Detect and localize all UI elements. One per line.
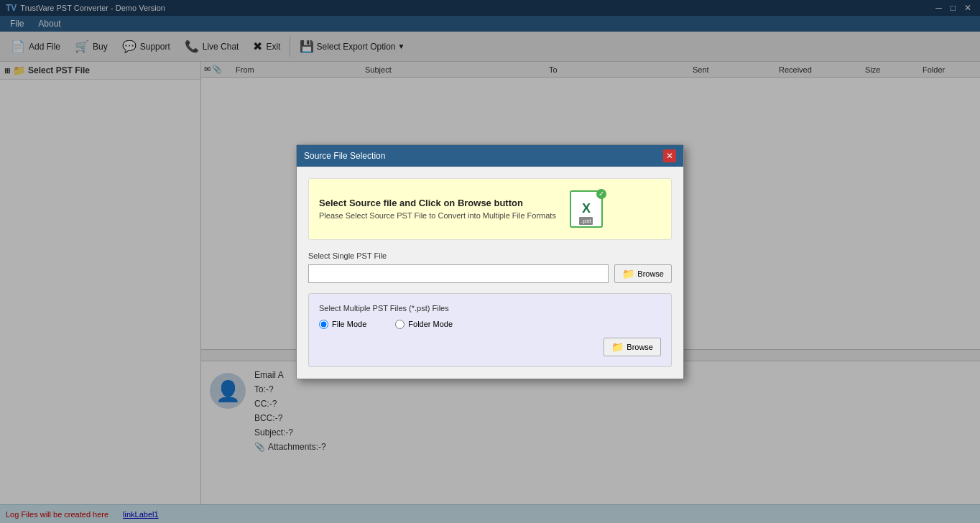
single-pst-label: Select Single PST File bbox=[308, 251, 672, 260]
radio-row: File Mode Folder Mode bbox=[319, 320, 661, 329]
single-pst-input[interactable] bbox=[308, 264, 609, 283]
single-browse-button[interactable]: 📁 Browse bbox=[614, 264, 672, 283]
file-mode-label: File Mode bbox=[332, 320, 366, 328]
file-mode-option[interactable]: File Mode bbox=[319, 320, 366, 329]
info-subtext: Please Select Source PST File to Convert… bbox=[319, 211, 556, 220]
multi-browse-row: 📁 Browse bbox=[319, 338, 661, 356]
browse-label2: Browse bbox=[627, 343, 653, 351]
info-box: Select Source file and Click on Browse b… bbox=[308, 178, 672, 240]
browse-label: Browse bbox=[637, 269, 664, 278]
info-text: Select Source file and Click on Browse b… bbox=[319, 198, 556, 220]
source-file-dialog: Source File Selection ✕ Select Source fi… bbox=[296, 144, 684, 379]
multi-pst-label: Select Multiple PST Files (*.pst) Files bbox=[319, 304, 661, 313]
pst-file-icon: X .pst ✓ bbox=[566, 189, 606, 229]
multi-pst-section: Select Multiple PST Files (*.pst) Files … bbox=[308, 293, 672, 367]
modal-overlay: Source File Selection ✕ Select Source fi… bbox=[0, 0, 980, 523]
pst-green-dot: ✓ bbox=[596, 189, 606, 199]
excel-icon: X bbox=[582, 201, 591, 216]
dialog-body: Select Source file and Click on Browse b… bbox=[297, 167, 683, 379]
dialog-titlebar: Source File Selection ✕ bbox=[297, 145, 683, 167]
browse-folder-icon: 📁 bbox=[622, 268, 634, 279]
dialog-title: Source File Selection bbox=[304, 151, 385, 161]
folder-mode-option[interactable]: Folder Mode bbox=[395, 320, 453, 329]
info-heading: Select Source file and Click on Browse b… bbox=[319, 198, 556, 208]
single-pst-input-row: 📁 Browse bbox=[308, 264, 672, 283]
folder-mode-label: Folder Mode bbox=[408, 320, 453, 328]
pst-label: .pst bbox=[579, 217, 593, 225]
file-mode-radio[interactable] bbox=[319, 320, 328, 329]
single-pst-section: Select Single PST File 📁 Browse bbox=[308, 251, 672, 283]
multi-browse-button[interactable]: 📁 Browse bbox=[604, 338, 661, 356]
dialog-close-button[interactable]: ✕ bbox=[663, 149, 676, 162]
multi-browse-folder-icon: 📁 bbox=[611, 341, 624, 353]
folder-mode-radio[interactable] bbox=[395, 320, 405, 329]
